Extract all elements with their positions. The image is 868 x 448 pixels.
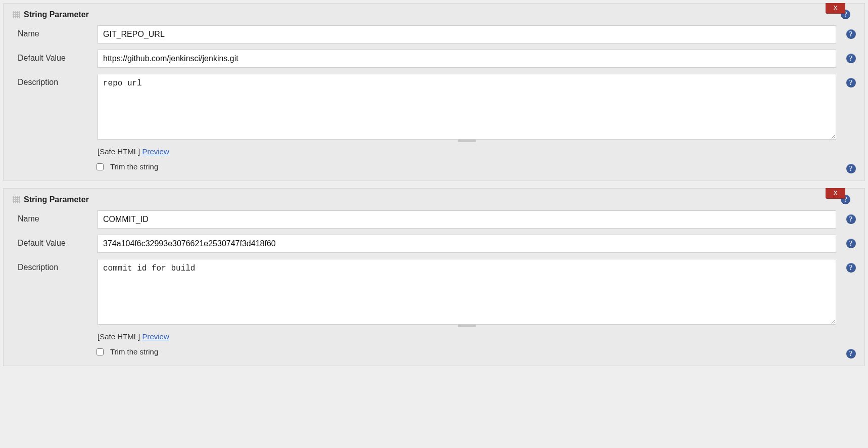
drag-handle-icon[interactable] — [13, 11, 20, 18]
description-textarea[interactable] — [98, 74, 836, 140]
trim-checkbox[interactable] — [97, 163, 104, 170]
name-label: Name — [18, 25, 93, 38]
default-value-input[interactable] — [98, 50, 836, 68]
default-value-label: Default Value — [18, 235, 93, 248]
description-label: Description — [18, 259, 93, 272]
block-title: String Parameter — [24, 10, 841, 19]
trim-checkbox[interactable] — [97, 348, 104, 355]
delete-button[interactable]: X — [826, 188, 845, 199]
description-textarea[interactable] — [98, 259, 836, 325]
help-icon[interactable] — [846, 164, 856, 173]
string-parameter-block: X String Parameter Name Default Value De… — [3, 3, 865, 181]
resize-grip-icon[interactable] — [458, 140, 476, 142]
safe-html-label: [Safe HTML] — [98, 332, 140, 341]
help-icon[interactable] — [846, 78, 856, 87]
help-icon[interactable] — [846, 29, 856, 39]
trim-wrapper[interactable]: Trim the string — [93, 162, 840, 172]
resize-grip-icon[interactable] — [458, 325, 476, 327]
help-icon[interactable] — [846, 239, 856, 248]
trim-label: Trim the string — [110, 162, 158, 171]
description-label: Description — [18, 74, 93, 87]
safe-html-label: [Safe HTML] — [98, 147, 140, 156]
help-icon[interactable] — [846, 349, 856, 359]
string-parameter-block: X String Parameter Name Default Value De… — [3, 188, 865, 366]
delete-button[interactable]: X — [826, 3, 845, 14]
preview-link[interactable]: Preview — [142, 332, 169, 341]
trim-label: Trim the string — [110, 347, 158, 356]
preview-link[interactable]: Preview — [142, 147, 169, 156]
trim-wrapper[interactable]: Trim the string — [93, 347, 840, 357]
help-icon[interactable] — [846, 263, 856, 273]
default-value-label: Default Value — [18, 50, 93, 63]
default-value-input[interactable] — [98, 235, 836, 253]
name-input[interactable] — [98, 210, 836, 229]
drag-handle-icon[interactable] — [13, 196, 20, 203]
help-icon[interactable] — [846, 54, 856, 63]
block-title: String Parameter — [24, 195, 841, 204]
name-label: Name — [18, 210, 93, 223]
help-icon[interactable] — [846, 214, 856, 224]
name-input[interactable] — [98, 25, 836, 43]
